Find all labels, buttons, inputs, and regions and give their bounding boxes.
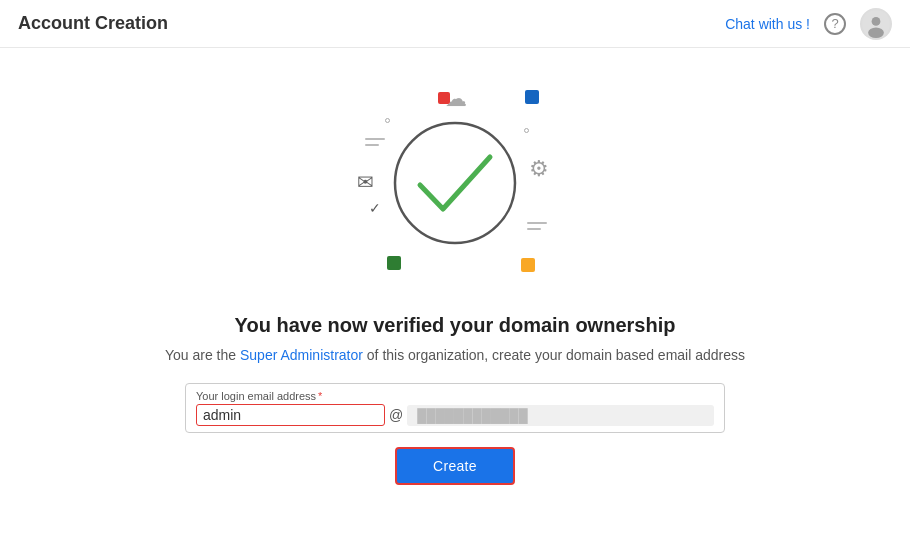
email-prefix-input[interactable] bbox=[196, 404, 385, 426]
at-sign: @ bbox=[389, 407, 403, 423]
avatar[interactable] bbox=[860, 8, 892, 40]
page-title: Account Creation bbox=[18, 13, 168, 34]
svg-point-2 bbox=[868, 27, 884, 38]
help-icon[interactable]: ? bbox=[824, 13, 846, 35]
svg-point-1 bbox=[872, 17, 881, 26]
deco-lines-top bbox=[365, 138, 385, 146]
required-indicator: * bbox=[318, 390, 322, 402]
small-checkmark-icon: ✓ bbox=[369, 200, 381, 216]
envelope-icon: ✉ bbox=[357, 170, 374, 194]
verified-title: You have now verified your domain owners… bbox=[235, 314, 676, 337]
verified-subtitle: You are the Super Administrator of this … bbox=[165, 347, 745, 363]
success-circle bbox=[385, 113, 525, 253]
email-input-label: Your login email address* bbox=[196, 390, 714, 402]
email-form: Your login email address* @ ████████████… bbox=[185, 383, 725, 485]
header-actions: Chat with us ! ? bbox=[725, 8, 892, 40]
main-content: ☁ ⚙ ✉ ✓ Y bbox=[0, 48, 910, 485]
deco-red-square bbox=[438, 92, 450, 104]
create-button[interactable]: Create bbox=[395, 447, 515, 485]
super-admin-label: Super Administrator bbox=[240, 347, 363, 363]
deco-green-square bbox=[387, 256, 401, 270]
illustration: ☁ ⚙ ✉ ✓ bbox=[315, 68, 595, 298]
domain-display: ████████████ bbox=[407, 405, 714, 426]
deco-blue-square bbox=[525, 90, 539, 104]
header: Account Creation Chat with us ! ? bbox=[0, 0, 910, 48]
chat-link[interactable]: Chat with us ! bbox=[725, 16, 810, 32]
gear-icon: ⚙ bbox=[529, 156, 549, 182]
svg-point-3 bbox=[395, 123, 515, 243]
email-input-group: Your login email address* @ ████████████ bbox=[185, 383, 725, 433]
email-input-row: @ ████████████ bbox=[196, 404, 714, 426]
deco-yellow-square bbox=[521, 258, 535, 272]
deco-lines-bottom bbox=[527, 222, 547, 230]
create-button-wrap: Create bbox=[185, 447, 725, 485]
